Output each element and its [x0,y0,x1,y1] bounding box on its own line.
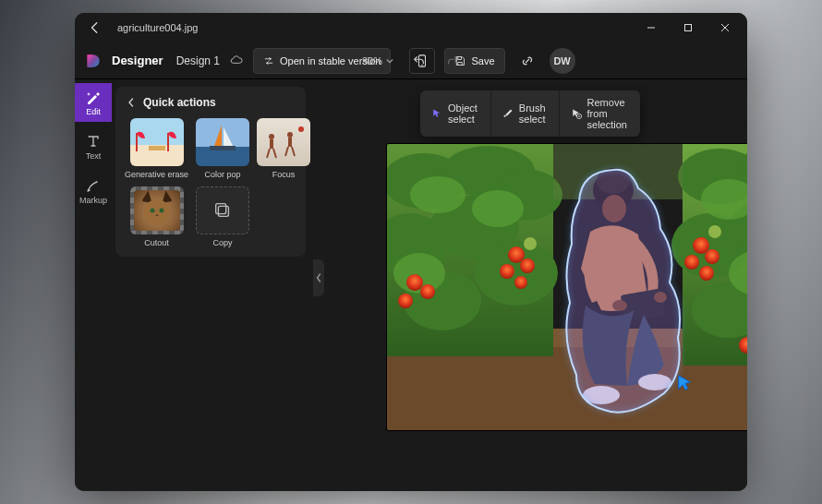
svg-point-13 [144,199,170,225]
app-name: Designer [112,54,163,67]
rail-edit[interactable]: Edit [75,83,112,122]
app-window: agriculture004.jpg Designer Design 1 Ope… [75,13,747,491]
markup-icon [85,177,102,194]
user-avatar[interactable]: DW [550,48,575,74]
back-button[interactable] [82,15,108,41]
object-select-button[interactable]: Object select [420,90,491,137]
rail-markup[interactable]: Markup [75,172,112,210]
designer-logo-icon [84,52,103,70]
tile-generative-erase[interactable]: Generative erase [125,118,188,179]
chevron-down-icon [386,57,393,65]
thumb-cutout [130,186,184,234]
svg-point-51 [693,237,709,254]
window-maximize-button[interactable] [670,13,707,42]
undo-button[interactable] [406,48,432,74]
zoom-control[interactable]: 30% [357,52,399,70]
maximize-icon [683,23,693,32]
sparkle-edit-icon [85,89,102,105]
svg-rect-11 [288,138,292,147]
tile-generative-erase-label: Generative erase [125,170,188,179]
toolbar-center: 30% [357,48,465,74]
main-toolbar: Designer Design 1 Open in stable version… [75,42,747,79]
object-select-label: Object select [448,102,479,125]
tile-color-pop-label: Color pop [205,170,241,179]
tile-cutout-label: Cutout [144,238,169,247]
window-minimize-button[interactable] [633,13,670,42]
swap-icon [263,55,274,66]
svg-rect-5 [167,133,169,151]
remove-selection-button[interactable]: Remove from selection [560,90,640,137]
cloud-sync-icon[interactable] [229,54,244,68]
svg-rect-7 [210,146,236,150]
svg-point-8 [269,134,274,139]
thumb-color-pop [196,118,249,166]
minimize-icon [647,23,656,32]
share-link-button[interactable] [514,48,540,74]
arrow-left-icon [89,21,102,34]
canvas-area: Object select Brush select Remove from s… [313,79,747,491]
remove-selection-label: Remove from selection [587,97,629,130]
redo-icon [446,54,459,67]
copy-icon [212,200,233,221]
svg-point-47 [508,246,525,263]
svg-point-49 [500,264,514,279]
brush-select-label: Brush select [519,102,548,125]
app-logo [84,52,103,70]
canvas-image[interactable] [387,144,747,430]
redo-button[interactable] [440,48,465,74]
tile-focus-label: Focus [272,170,296,179]
svg-point-50 [514,276,527,289]
left-rail: Edit Text Markup [75,79,112,491]
svg-rect-16 [218,206,228,216]
chevron-left-icon [125,96,138,109]
tile-cutout[interactable]: Cutout [125,186,188,247]
design-name[interactable]: Design 1 [176,54,220,67]
rail-text[interactable]: Text [75,127,112,166]
quick-actions-grid: Generative erase Color pop Focus [125,118,296,247]
svg-point-48 [520,258,535,273]
quick-actions-card: Quick actions Generative erase Color pop [115,87,306,257]
link-icon [521,54,534,67]
svg-rect-6 [149,146,165,150]
text-icon [85,133,102,150]
remove-selection-icon [571,107,582,120]
svg-rect-9 [270,139,273,149]
svg-point-46 [398,294,413,308]
svg-point-15 [159,209,163,213]
thumb-copy [196,186,249,234]
window-close-button[interactable] [707,13,743,42]
avatar-initials: DW [553,55,570,66]
svg-point-68 [524,237,537,250]
tile-color-pop[interactable]: Color pop [196,118,249,179]
tile-focus[interactable]: Focus [257,118,310,179]
svg-point-52 [705,249,719,264]
panel-collapse-handle[interactable] [313,259,324,296]
svg-point-45 [420,284,435,299]
svg-point-38 [410,176,465,213]
svg-point-12 [298,126,304,132]
rail-edit-label: Edit [86,107,101,116]
save-label: Save [471,55,494,66]
svg-point-66 [708,225,721,238]
thumb-generative-erase [130,118,184,166]
titlebar: agriculture004.jpg [75,13,747,42]
close-icon [720,23,730,32]
filename-label: agriculture004.jpg [117,22,198,33]
rail-text-label: Text [86,151,102,161]
brush-icon [502,107,514,120]
zoom-value: 30% [362,55,382,66]
selection-cursor-icon [675,373,695,393]
quick-actions-header[interactable]: Quick actions [125,96,296,109]
svg-rect-4 [136,133,138,151]
cursor-icon [431,107,442,120]
svg-rect-1 [685,25,692,31]
svg-rect-17 [216,204,226,214]
tile-copy[interactable]: Copy [196,186,249,247]
brush-select-button[interactable]: Brush select [491,90,560,137]
svg-point-54 [699,266,714,281]
svg-point-10 [287,132,293,138]
svg-point-14 [150,209,154,213]
thumb-focus [257,118,310,166]
rail-markup-label: Markup [79,196,107,205]
selection-toolbar: Object select Brush select Remove from s… [420,90,640,137]
